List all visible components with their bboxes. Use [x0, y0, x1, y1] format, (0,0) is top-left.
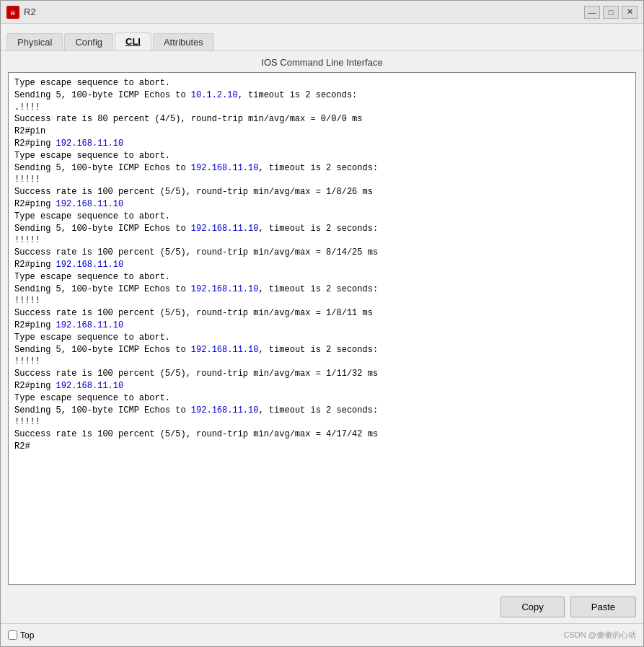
terminal-line: R2# [14, 441, 630, 453]
tab-cli[interactable]: CLI [115, 32, 151, 50]
terminal-line: Type escape sequence to abort. [14, 332, 630, 344]
terminal-line: R2#pin [14, 126, 630, 138]
terminal-line: !!!!! [14, 174, 630, 186]
terminal[interactable]: Type escape sequence to abort.Sending 5,… [9, 73, 635, 584]
window-controls: — □ ✕ [584, 6, 638, 19]
terminal-line: Type escape sequence to abort. [14, 211, 630, 223]
tab-bar: Physical Config CLI Attributes [1, 24, 643, 51]
top-checkbox-label[interactable]: Top [20, 630, 34, 641]
terminal-line: !!!!! [14, 416, 630, 428]
terminal-line: Type escape sequence to abort. [14, 271, 630, 283]
terminal-line: !!!!! [14, 356, 630, 368]
terminal-line: Sending 5, 100-byte ICMP Echos to 10.1.2… [14, 89, 630, 102]
title-bar: R R2 — □ ✕ [1, 1, 643, 24]
top-checkbox[interactable] [8, 630, 17, 640]
terminal-line: Type escape sequence to abort. [14, 392, 630, 405]
terminal-line: !!!!! [14, 295, 630, 307]
minimize-button[interactable]: — [584, 6, 600, 19]
maximize-button[interactable]: □ [603, 6, 619, 19]
main-window: R R2 — □ ✕ Physical Config CLI Attribute… [0, 0, 644, 647]
terminal-line: R2#ping 192.168.11.10 [14, 380, 630, 392]
terminal-line: Sending 5, 100-byte ICMP Echos to 192.16… [14, 283, 630, 296]
terminal-line: Type escape sequence to abort. [14, 77, 630, 89]
terminal-line: Success rate is 100 percent (5/5), round… [14, 186, 630, 198]
terminal-line: Sending 5, 100-byte ICMP Echos to 192.16… [14, 162, 630, 175]
terminal-line: R2#ping 192.168.11.10 [14, 198, 630, 211]
bottom-bar: Top CSDN @傻傻的心动 [1, 623, 643, 646]
terminal-line: Sending 5, 100-byte ICMP Echos to 192.16… [14, 223, 630, 235]
tab-physical[interactable]: Physical [6, 33, 63, 50]
terminal-line: R2#ping 192.168.11.10 [14, 259, 630, 271]
paste-button[interactable]: Paste [570, 597, 636, 617]
window-title: R2 [24, 6, 584, 17]
button-bar: Copy Paste [1, 591, 643, 623]
cli-title: IOS Command Line Interface [8, 57, 636, 68]
tab-attributes[interactable]: Attributes [153, 33, 214, 50]
watermark: CSDN @傻傻的心动 [564, 630, 636, 641]
terminal-line: Success rate is 100 percent (5/5), round… [14, 428, 630, 441]
terminal-line: Sending 5, 100-byte ICMP Echos to 192.16… [14, 405, 630, 417]
app-icon: R [6, 6, 19, 19]
copy-button[interactable]: Copy [500, 597, 564, 617]
terminal-line: R2#ping 192.168.11.10 [14, 138, 630, 150]
terminal-wrapper: Type escape sequence to abort.Sending 5,… [8, 72, 636, 585]
terminal-line: !!!!! [14, 234, 630, 247]
terminal-line: Success rate is 100 percent (5/5), round… [14, 247, 630, 259]
close-button[interactable]: ✕ [622, 6, 638, 19]
terminal-line: Success rate is 80 percent (4/5), round-… [14, 113, 630, 126]
svg-text:R: R [11, 10, 15, 17]
terminal-line: R2#ping 192.168.11.10 [14, 320, 630, 332]
terminal-line: Type escape sequence to abort. [14, 150, 630, 162]
top-checkbox-container: Top [8, 630, 34, 641]
content-area: IOS Command Line Interface Type escape s… [1, 51, 643, 591]
tab-config[interactable]: Config [64, 33, 113, 50]
terminal-line: Success rate is 100 percent (5/5), round… [14, 368, 630, 380]
terminal-line: Sending 5, 100-byte ICMP Echos to 192.16… [14, 344, 630, 356]
terminal-line: Success rate is 100 percent (5/5), round… [14, 307, 630, 320]
terminal-line: .!!!! [14, 102, 630, 114]
